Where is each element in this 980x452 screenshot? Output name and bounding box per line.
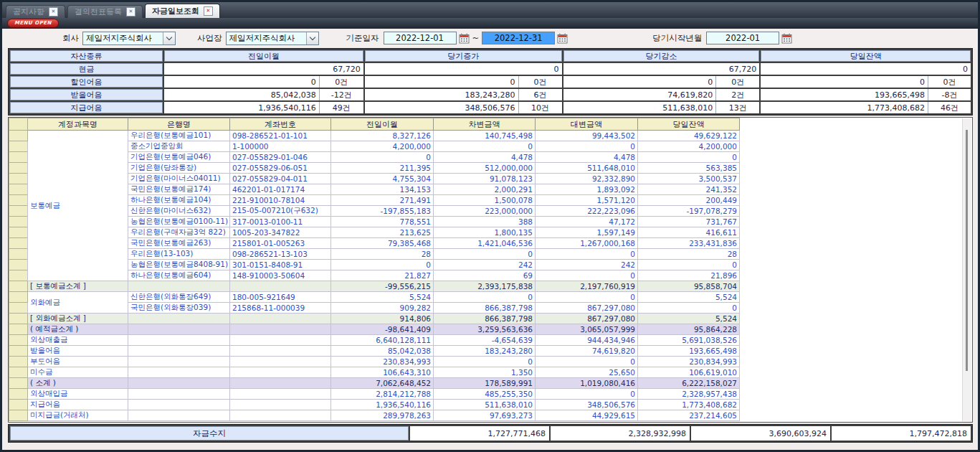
cell-prev-carryover[interactable]: 1,936,540,116 — [331, 400, 434, 410]
close-icon[interactable]: ✕ — [49, 7, 58, 17]
row-selector-cell[interactable] — [9, 141, 28, 152]
cell-bank-name[interactable] — [128, 389, 230, 400]
cell-debit[interactable]: 2,393,175,838 — [434, 281, 536, 292]
cell-balance[interactable]: 193,665,498 — [638, 346, 740, 357]
company-select[interactable]: 제일저지주식회사 — [82, 32, 176, 45]
cell-debit[interactable]: 91,078,123 — [434, 174, 536, 184]
cell-account-no[interactable]: 462201-01-017174 — [230, 184, 331, 195]
cell-account-no[interactable]: 317-0013-0100-11 — [230, 217, 331, 227]
cell-balance[interactable]: 5,524 — [638, 292, 740, 303]
cell-prev-carryover[interactable]: 289,978,263 — [331, 410, 434, 421]
cell-debit[interactable]: 866,387,798 — [434, 314, 536, 324]
cell-balance[interactable]: 0 — [638, 152, 740, 163]
cell-balance[interactable]: 6,222,158,027 — [638, 378, 740, 389]
summary-count-cell[interactable]: -8건 — [928, 89, 971, 100]
cell-credit[interactable]: 4,478 — [536, 152, 638, 163]
cell-credit[interactable]: 92,332,890 — [536, 174, 638, 184]
row-selector-cell[interactable] — [9, 335, 28, 346]
cell-debit[interactable]: 178,589,991 — [434, 378, 536, 389]
summary-amount-cell[interactable]: 74,619,820 — [563, 89, 716, 100]
calendar-icon[interactable] — [459, 33, 470, 44]
cell-debit[interactable]: 511,638,010 — [434, 400, 536, 410]
cell-debit[interactable]: 512,000,000 — [434, 163, 536, 174]
row-selector-cell[interactable] — [9, 131, 28, 141]
cell-account-label[interactable]: ( 소계 ) — [28, 378, 128, 389]
tab-notice[interactable]: 공지사항 ✕ — [6, 5, 65, 18]
cell-bank-name[interactable]: 국민은행(보통예금263) — [128, 238, 230, 249]
cell-bank-name[interactable]: 기업은행(보통예금046) — [128, 152, 230, 163]
cell-prev-carryover[interactable]: 8,327,126 — [331, 131, 434, 141]
summary-amount-cell[interactable]: 0 — [365, 76, 518, 88]
row-selector-cell[interactable] — [9, 270, 28, 281]
cell-account-no[interactable]: 180-005-921649 — [230, 292, 331, 303]
period-start-input[interactable]: 2022-01 — [706, 32, 779, 44]
cell-prev-carryover[interactable]: 914,806 — [331, 314, 434, 324]
cell-debit[interactable]: 97,693,273 — [434, 410, 536, 421]
summary-amount-cell[interactable]: 67,720 — [164, 63, 363, 75]
summary-amount-cell[interactable]: 511,638,010 — [563, 102, 716, 113]
cell-account-no[interactable]: 301-0151-8408-91 — [230, 260, 331, 270]
cell-bank-name[interactable] — [128, 378, 230, 389]
calendar-icon[interactable] — [557, 33, 568, 44]
cell-account-label[interactable]: 미지급금(거래처) — [28, 410, 128, 421]
cell-bank-name[interactable] — [128, 400, 230, 410]
cell-account-no[interactable]: 148-910003-50604 — [230, 270, 331, 281]
cell-credit[interactable]: 0 — [536, 249, 638, 260]
cell-prev-carryover[interactable]: 106,643,310 — [331, 367, 434, 378]
cell-debit[interactable]: 242 — [434, 260, 536, 270]
cell-account-group[interactable]: 보통예금 — [28, 131, 128, 281]
summary-row-label[interactable]: 받을어음 — [10, 89, 163, 100]
cell-credit[interactable]: 867,297,080 — [536, 303, 638, 314]
cell-account-no[interactable]: 098-286521-01-101 — [230, 131, 331, 141]
cell-balance[interactable]: 28 — [638, 249, 740, 260]
cell-account-group[interactable]: 외화예금 — [28, 292, 128, 314]
summary-row-label[interactable]: 현금 — [10, 63, 163, 75]
cell-bank-name[interactable] — [128, 346, 230, 357]
cell-prev-carryover[interactable]: 0 — [331, 152, 434, 163]
cell-debit[interactable]: 485,255,350 — [434, 389, 536, 400]
cell-balance[interactable]: 3,500,537 — [638, 174, 740, 184]
summary-row-label[interactable]: 지급어음 — [10, 102, 163, 113]
cell-debit[interactable]: 0 — [434, 292, 536, 303]
base-date-to-input[interactable]: 2022-12-31 — [482, 32, 555, 44]
cell-balance[interactable]: 416,611 — [638, 227, 740, 238]
cell-prev-carryover[interactable]: -99,556,215 — [331, 281, 434, 292]
summary-count-cell[interactable]: 46건 — [928, 102, 971, 113]
summary-amount-cell[interactable]: 1,936,540,116 — [164, 102, 319, 113]
cell-credit[interactable]: 0 — [536, 389, 638, 400]
cell-bank-name[interactable] — [128, 335, 230, 346]
cell-debit[interactable]: 223,000,000 — [434, 206, 536, 217]
cell-bank-name[interactable]: 기업은행(마이너스04011) — [128, 174, 230, 184]
summary-amount-cell[interactable]: 0 — [563, 76, 716, 88]
summary-count-cell[interactable]: 49건 — [319, 102, 363, 113]
cell-debit[interactable]: 866,387,798 — [434, 303, 536, 314]
cell-account-no[interactable]: 215-05-007210(구632) — [230, 206, 331, 217]
row-selector-cell[interactable] — [9, 314, 28, 324]
cell-bank-name[interactable]: 우리은행(보통예금101) — [128, 131, 230, 141]
summary-count-cell[interactable]: 6건 — [518, 89, 562, 100]
summary-count-cell[interactable]: -12건 — [319, 89, 363, 100]
cell-balance[interactable]: 233,431,836 — [638, 238, 740, 249]
cell-prev-carryover[interactable]: 21,827 — [331, 270, 434, 281]
summary-amount-cell[interactable]: 85,042,038 — [164, 89, 319, 100]
cell-credit[interactable]: 0 — [536, 292, 638, 303]
cell-prev-carryover[interactable]: 79,385,468 — [331, 238, 434, 249]
summary-row-label[interactable]: 할인어음 — [10, 76, 163, 88]
cell-bank-name[interactable]: 신한은행(외화통장649) — [128, 292, 230, 303]
cell-balance[interactable]: 4,200,000 — [638, 141, 740, 152]
cell-prev-carryover[interactable]: 7,062,648,452 — [331, 378, 434, 389]
row-selector-cell[interactable] — [9, 152, 28, 163]
cell-credit[interactable]: 47,172 — [536, 217, 638, 227]
summary-amount-cell[interactable]: 67,720 — [563, 63, 760, 75]
cell-prev-carryover[interactable]: 0 — [331, 260, 434, 270]
row-selector-cell[interactable] — [9, 410, 28, 421]
row-selector-cell[interactable] — [9, 206, 28, 217]
cell-bank-name[interactable]: 국민은행(외화통장039) — [128, 303, 230, 314]
cell-balance[interactable]: 106,619,010 — [638, 367, 740, 378]
cell-credit[interactable]: 222,223,096 — [536, 206, 638, 217]
scrollbar-thumb[interactable] — [966, 130, 968, 371]
cell-credit[interactable]: 0 — [536, 357, 638, 367]
cell-debit[interactable]: 140,745,498 — [434, 131, 536, 141]
cell-debit[interactable]: 1,500,078 — [434, 195, 536, 206]
cell-debit[interactable]: 0 — [434, 141, 536, 152]
